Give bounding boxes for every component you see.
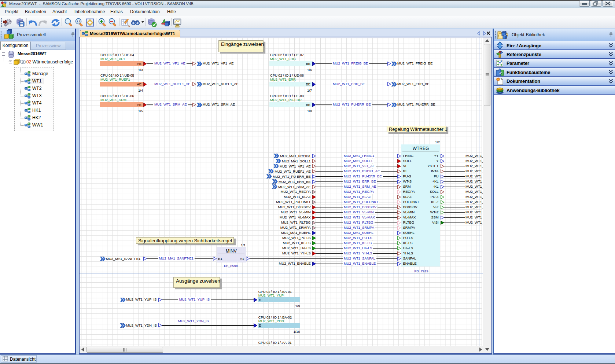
svg-text:1:1: 1:1 <box>77 20 80 23</box>
